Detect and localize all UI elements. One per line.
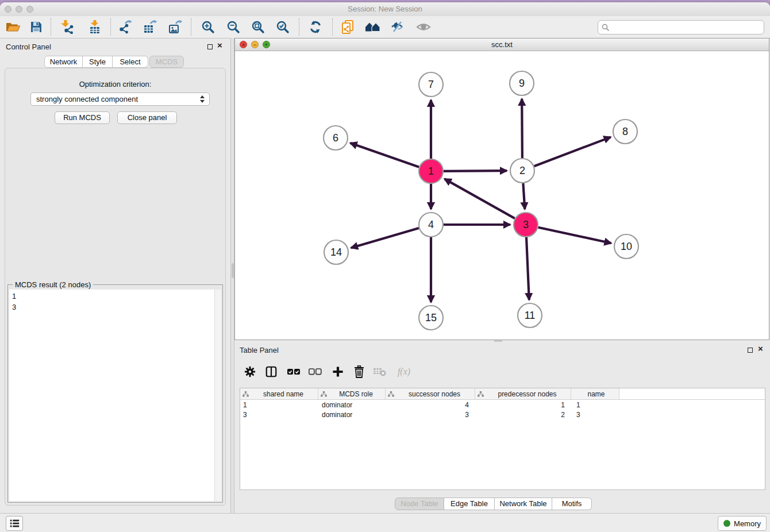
status-bar: Memory [0,513,770,532]
save-session-icon[interactable] [28,18,44,36]
close-table-panel-icon[interactable]: × [758,345,763,352]
tab-node-table[interactable]: Node Table [395,498,444,510]
column-header-name[interactable]: name [571,388,619,399]
tab-motifs[interactable]: Motifs [552,498,592,510]
column-header-mcds-role[interactable]: MCDS role [318,388,386,399]
tab-style[interactable]: Style [83,56,113,68]
zoom-in-icon[interactable] [200,18,216,36]
refresh-layout-icon[interactable] [307,18,324,36]
svg-text:2: 2 [519,165,525,176]
delete-table-icon[interactable] [372,364,387,379]
criterion-value: strongly connected component [36,95,138,103]
float-panel-icon[interactable] [207,44,213,49]
memory-status-icon [723,520,730,527]
mcds-tab-content: Optimization criterion: strongly connect… [5,68,226,506]
svg-text:10: 10 [621,241,632,252]
close-panel-button[interactable]: Close panel [117,111,177,124]
tab-mcds[interactable]: MCDS [149,56,184,68]
export-network-icon[interactable] [117,18,133,36]
title-bar[interactable]: Session: New Session [0,2,770,17]
function-builder-icon[interactable]: f(x) [394,364,414,379]
tab-network[interactable]: Network [44,56,83,68]
zoom-selected-icon[interactable] [275,18,291,36]
memory-label: Memory [734,519,761,528]
result-line: 1 [9,290,221,302]
svg-text:9: 9 [519,78,525,89]
svg-text:6: 6 [333,132,338,144]
toolbar-separator [110,18,111,36]
show-all-icon[interactable] [415,18,432,36]
hide-selected-icon[interactable] [389,18,405,36]
column-type-icon [242,391,249,397]
zoom-out-icon[interactable] [225,18,241,36]
column-type-icon [388,391,394,397]
memory-button[interactable]: Memory [718,516,767,531]
float-table-panel-icon[interactable] [748,348,753,353]
node-table[interactable]: shared name MCDS role successor nodes pr… [240,388,765,490]
column-header-successor-nodes[interactable]: successor nodes [386,388,475,399]
deselect-all-columns-icon[interactable] [307,364,322,379]
tab-select[interactable]: Select [113,56,148,68]
network-frame-titlebar[interactable]: scc.txt [235,38,769,51]
clone-network-icon[interactable] [340,18,356,36]
select-stepper-icon [199,95,206,103]
criterion-select[interactable]: strongly connected component [30,92,210,106]
column-type-icon [478,391,484,397]
search-input[interactable] [612,22,764,33]
open-session-icon[interactable] [5,18,21,36]
svg-text:15: 15 [425,312,437,323]
table-settings-gear-icon[interactable] [242,364,257,379]
scrollbar-track[interactable] [214,290,221,501]
result-line: 3 [9,302,221,313]
optimization-label: Optimization criterion: [5,80,225,88]
show-columns-icon[interactable] [264,364,279,379]
header-filler [619,388,765,399]
column-header-shared-name[interactable]: shared name [240,388,318,399]
tab-network-table[interactable]: Network Table [495,498,552,510]
svg-text:4: 4 [428,219,434,230]
svg-text:8: 8 [622,126,628,137]
column-header-predecessor-nodes[interactable]: predecessor nodes [475,388,571,399]
app-window: Session: New Session [0,2,770,532]
toolbar-separator [51,18,51,36]
tab-edge-table[interactable]: Edge Table [444,498,495,510]
import-table-icon[interactable] [87,18,103,36]
list-icon [9,518,20,529]
control-panel: Control Panel × Network Style Select MCD… [0,38,230,513]
run-mcds-button[interactable]: Run MCDS [55,111,110,124]
create-column-icon[interactable] [330,364,345,379]
svg-text:14: 14 [330,246,342,258]
node-table-header: shared name MCDS role successor nodes pr… [240,388,765,400]
svg-text:1: 1 [428,165,434,177]
network-frame-title: scc.txt [235,38,769,51]
zoom-fit-icon[interactable] [250,18,266,36]
import-network-icon[interactable] [60,18,76,36]
task-history-button[interactable] [6,516,23,531]
network-graph[interactable]: 7968124314101511 [235,51,769,340]
main-toolbar [0,16,770,38]
mcds-result-group: MCDS result (2 nodes) 1 3 [7,284,223,503]
export-image-icon[interactable] [167,18,183,36]
table-panel: Table Panel × f(x) [234,342,770,511]
table-row[interactable]: 1 dominator 4 1 1 [240,400,765,410]
home-icon[interactable] [364,18,380,36]
toolbar-separator [332,18,333,36]
table-panel-title: Table Panel [240,346,279,354]
divider-handle[interactable] [232,263,234,278]
delete-column-icon[interactable] [352,364,367,379]
select-all-columns-icon[interactable] [286,364,301,379]
split-divider-vertical[interactable] [230,38,234,513]
search-icon [602,24,610,32]
network-canvas[interactable]: 7968124314101511 [235,51,769,340]
table-row[interactable]: 3 dominator 3 2 3 [240,410,765,419]
export-table-icon[interactable] [142,18,158,36]
network-view-frame: scc.txt 7968124314101511 [234,38,769,340]
toolbar-separator [191,18,191,36]
search-field[interactable] [598,20,764,34]
toolbar-separator [299,18,299,36]
svg-text:3: 3 [523,219,529,230]
close-panel-icon[interactable]: × [217,42,222,49]
svg-text:11: 11 [525,310,536,321]
mcds-result-area[interactable]: 1 3 [9,290,221,501]
window-title: Session: New Session [0,2,770,16]
